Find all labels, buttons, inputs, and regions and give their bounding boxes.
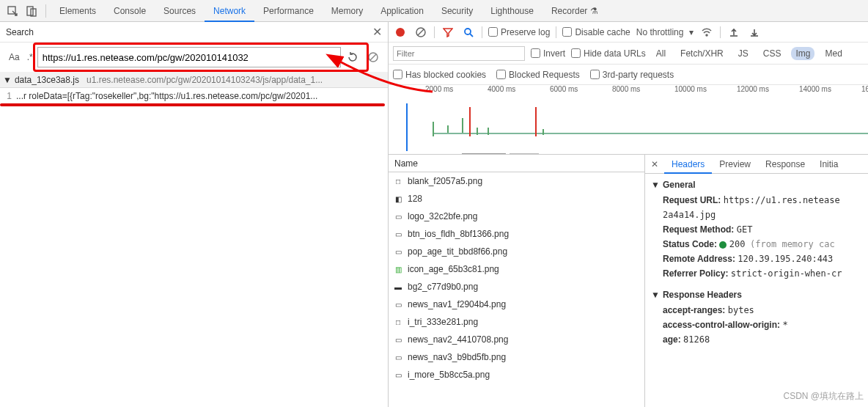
file-name-label: logo_32c2bfe.png xyxy=(408,211,477,221)
file-type-icon: ▬ xyxy=(393,282,403,292)
search-title: Search xyxy=(6,27,372,37)
tab-console[interactable]: Console xyxy=(105,0,155,22)
has-blocked-cookies-checkbox[interactable]: Has blocked cookies xyxy=(393,70,486,80)
upload-icon[interactable] xyxy=(727,25,741,40)
result-text: ...r roleData=[{rTag:"rosekeller",bg:"ht… xyxy=(16,91,385,101)
tab-elements[interactable]: Elements xyxy=(51,0,105,22)
search-icon[interactable] xyxy=(461,25,476,40)
time-tick: 14000 ms xyxy=(799,85,831,93)
request-row[interactable]: □i_tri_333e281.png xyxy=(389,313,644,331)
filter-img[interactable]: Img xyxy=(791,47,814,60)
search-result-row[interactable]: 1 ...r roleData=[{rTag:"rosekeller",bg:"… xyxy=(0,88,388,104)
remote-address: Remote Address: 120.39.195.240:443 xyxy=(645,252,868,266)
disclosure-triangle-icon: ▼ xyxy=(0,75,15,85)
download-icon[interactable] xyxy=(747,25,762,40)
tab-memory[interactable]: Memory xyxy=(323,0,372,22)
response-headers-section[interactable]: ▼Response Headers xyxy=(645,287,868,303)
age-header: age: 81268 xyxy=(645,332,868,347)
tab-performance[interactable]: Performance xyxy=(254,0,323,22)
chevron-down-icon: ▾ xyxy=(689,27,694,37)
request-list[interactable]: □blank_f2057a5.png◧128▭logo_32c2bfe.png▭… xyxy=(389,172,644,407)
file-name-label: blank_f2057a5.png xyxy=(408,176,482,186)
time-tick: 4000 ms xyxy=(488,85,515,93)
wifi-icon[interactable] xyxy=(699,25,714,40)
file-name-label: 128 xyxy=(408,194,422,204)
request-url: Request URL: https://u1.res.netease xyxy=(645,193,868,208)
annotation-underline xyxy=(0,103,385,106)
file-name-label: news_nav2_4410708.png xyxy=(408,334,508,345)
blocked-requests-checkbox[interactable]: Blocked Requests xyxy=(496,70,580,80)
clear-icon[interactable] xyxy=(364,48,382,66)
general-section[interactable]: ▼General xyxy=(645,177,868,193)
svg-point-7 xyxy=(465,29,471,34)
tab-application[interactable]: Application xyxy=(372,0,433,22)
name-column-header[interactable]: Name xyxy=(389,155,644,172)
time-tick: 10000 ms xyxy=(674,85,707,93)
disable-cache-checkbox[interactable]: Disable cache xyxy=(562,27,630,37)
inspect-icon[interactable] xyxy=(3,1,22,21)
close-details-icon[interactable]: ✕ xyxy=(645,159,664,169)
tab-sources[interactable]: Sources xyxy=(155,0,205,22)
tab-headers[interactable]: Headers xyxy=(664,155,712,174)
regex-toggle[interactable]: .* xyxy=(23,52,37,62)
device-toggle-icon[interactable] xyxy=(22,1,41,21)
file-name-label: pop_age_tit_bbd8f66.png xyxy=(408,246,507,257)
tab-security[interactable]: Security xyxy=(433,0,482,22)
third-party-checkbox[interactable]: 3rd-party requests xyxy=(590,70,674,80)
request-row[interactable]: ▭news_nav3_b9bd5fb.png xyxy=(389,348,644,366)
svg-rect-1 xyxy=(27,7,33,15)
request-method: Request Method: GET xyxy=(645,222,868,237)
file-type-icon: ▭ xyxy=(393,211,403,221)
filter-all[interactable]: All xyxy=(652,47,670,60)
file-type-icon: ▭ xyxy=(393,370,403,380)
tab-preview[interactable]: Preview xyxy=(712,155,758,174)
request-row[interactable]: ▬bg2_c77d9b0.png xyxy=(389,278,644,296)
invert-checkbox[interactable]: Invert xyxy=(531,48,565,59)
network-filter-input[interactable] xyxy=(393,46,525,61)
file-name: data_13ce3a8.js xyxy=(15,75,87,85)
record-button[interactable] xyxy=(393,25,408,40)
request-row[interactable]: ▭news_nav1_f2904b4.png xyxy=(389,296,644,313)
close-icon[interactable]: ✕ xyxy=(372,25,382,39)
clear-network-icon[interactable] xyxy=(413,25,428,40)
request-row[interactable]: ◧128 xyxy=(389,190,644,208)
file-type-icon: ▭ xyxy=(393,299,403,309)
refresh-icon[interactable] xyxy=(344,48,361,66)
file-name-label: icon_age_65b3c81.png xyxy=(408,264,499,274)
file-type-icon: ▭ xyxy=(393,334,403,345)
file-type-icon: ▭ xyxy=(393,246,403,257)
tab-network[interactable]: Network xyxy=(205,0,254,22)
tab-response[interactable]: Response xyxy=(758,155,812,174)
request-row[interactable]: ▭btn_ios_fldh_8bf1366.png xyxy=(389,225,644,243)
filter-media[interactable]: Med xyxy=(820,47,846,60)
file-name-label: i_more_5b8cc5a.png xyxy=(408,370,490,380)
request-row[interactable]: □blank_f2057a5.png xyxy=(389,172,644,190)
tab-lighthouse[interactable]: Lighthouse xyxy=(482,0,542,22)
request-row[interactable]: ▭pop_age_tit_bbd8f66.png xyxy=(389,243,644,260)
preserve-log-checkbox[interactable]: Preserve log xyxy=(488,27,550,37)
flask-icon: ⚗ xyxy=(590,0,598,22)
request-row[interactable]: ▥icon_age_65b3c81.png xyxy=(389,260,644,278)
time-tick: 6000 ms xyxy=(550,85,578,93)
throttling-select[interactable]: No throttling xyxy=(636,27,684,37)
time-tick: 8000 ms xyxy=(612,85,640,93)
file-name-label: bg2_c77d9b0.png xyxy=(408,282,478,292)
search-result-file[interactable]: ▼ data_13ce3a8.js u1.res.netease.com/pc/… xyxy=(0,72,388,88)
filter-js[interactable]: JS xyxy=(734,47,753,60)
referrer-policy: Referrer Policy: strict-origin-when-cr xyxy=(645,266,868,281)
file-name-label: news_nav1_f2904b4.png xyxy=(408,299,506,309)
request-row[interactable]: ▭logo_32c2bfe.png xyxy=(389,208,644,225)
tab-initiator[interactable]: Initia xyxy=(812,155,845,174)
search-input[interactable] xyxy=(37,47,341,67)
filter-css[interactable]: CSS xyxy=(759,47,786,60)
match-case-toggle[interactable]: Aa xyxy=(6,52,23,62)
tab-recorder[interactable]: Recorder ⚗ xyxy=(542,0,607,22)
time-tick: 12000 ms xyxy=(737,85,769,93)
hide-data-urls-checkbox[interactable]: Hide data URLs xyxy=(571,48,646,59)
request-row[interactable]: ▭news_nav2_4410708.png xyxy=(389,331,644,348)
request-row[interactable]: ▭i_more_5b8cc5a.png xyxy=(389,366,644,384)
network-timeline[interactable]: 2000 ms4000 ms6000 ms8000 ms10000 ms1200… xyxy=(389,85,868,155)
filter-fetch-xhr[interactable]: Fetch/XHR xyxy=(676,47,728,60)
filter-icon[interactable] xyxy=(441,25,455,40)
svg-point-9 xyxy=(706,34,707,36)
